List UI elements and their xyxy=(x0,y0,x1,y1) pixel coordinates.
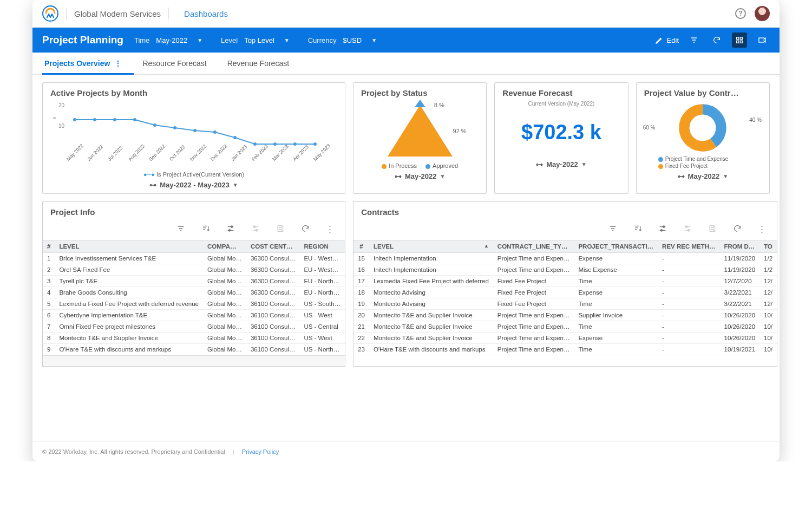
svg-point-11 xyxy=(113,118,116,121)
chevron-down-icon[interactable]: ▼ xyxy=(371,37,377,43)
present-icon[interactable] xyxy=(755,32,770,48)
svg-point-26 xyxy=(254,226,256,227)
tab-resource-forecast[interactable]: Resource Forecast xyxy=(140,53,208,74)
col-project-transaction[interactable]: PROJECT_TRANSACTI… xyxy=(574,240,658,253)
page-footer: © 2022 Workday, Inc. All rights reserved… xyxy=(32,441,780,461)
col-contract-line-type[interactable]: CONTRACT_LINE_TY… xyxy=(493,240,574,253)
table-row[interactable]: 7Omni Fixed Fee project milestonesGlobal… xyxy=(43,321,345,333)
settings-icon[interactable] xyxy=(658,224,667,235)
table-row[interactable]: 2Orel SA Fixed FeeGlobal Mo…36300 Consul… xyxy=(43,264,345,276)
chevron-down-icon[interactable]: ▼ xyxy=(284,37,290,43)
workday-logo-icon[interactable] xyxy=(42,5,58,22)
svg-text:10: 10 xyxy=(58,123,65,129)
refresh-icon[interactable] xyxy=(301,224,310,235)
card-period-selector[interactable]: ⊶May-2022▼ xyxy=(644,172,762,180)
tab-more-icon[interactable]: ⋮ xyxy=(114,59,122,68)
card-period-selector[interactable]: ⊶May-2022 - May-2023▼ xyxy=(50,181,337,189)
card-active-projects: Active Projects by Month 20 10 ≈ May 202… xyxy=(42,82,345,194)
config-icon[interactable] xyxy=(683,224,692,235)
col-level[interactable]: LEVEL ▲ xyxy=(369,240,493,253)
table-row[interactable]: 22Montecito T&E and Supplier InvoiceProj… xyxy=(353,333,777,344)
slice-pte-pct: 40 % xyxy=(749,117,762,123)
col-rev-rec-method[interactable]: REV REC METH… xyxy=(658,240,719,253)
svg-point-19 xyxy=(273,142,277,146)
table-row[interactable]: 1Brice Investissement Services T&EGlobal… xyxy=(43,253,345,264)
table-row[interactable]: 4Brahe Goods ConsultingGlobal Mo…36300 C… xyxy=(43,287,345,298)
table-row[interactable]: 16Initech ImplementationProject Time and… xyxy=(353,264,777,276)
svg-point-24 xyxy=(231,226,233,227)
svg-point-27 xyxy=(256,230,258,231)
avatar[interactable] xyxy=(755,6,770,21)
grid-view-icon[interactable] xyxy=(732,32,747,48)
more-icon[interactable]: ⋮ xyxy=(758,224,766,235)
col-from-date[interactable]: FROM D… xyxy=(719,240,759,253)
svg-text:≈: ≈ xyxy=(53,115,56,121)
filter-level-value[interactable]: Top Level xyxy=(244,36,274,44)
contracts-table[interactable]: # LEVEL ▲ CONTRACT_LINE_TY… PROJECT_TRAN… xyxy=(353,240,777,355)
table-row[interactable]: 19Montecito AdvisingFixed Fee ProjectTim… xyxy=(353,298,777,310)
breadcrumb-section[interactable]: Dashboards xyxy=(184,9,228,18)
table-row[interactable]: 17Lexmedia Fixed Fee Project with deferr… xyxy=(353,276,777,287)
chevron-down-icon[interactable]: ▼ xyxy=(197,37,202,43)
panel-title: Project Info xyxy=(43,202,345,222)
more-icon[interactable]: ⋮ xyxy=(326,224,334,235)
breadcrumb-company[interactable]: Global Modern Services xyxy=(74,9,161,18)
col-cost-center[interactable]: COST CENT… xyxy=(246,240,299,253)
project-info-table[interactable]: # LEVEL COMPA… COST CENT… REGION 1Brice … xyxy=(43,240,345,355)
svg-rect-4 xyxy=(740,41,742,43)
edit-button[interactable]: Edit xyxy=(655,36,679,44)
svg-point-20 xyxy=(293,142,297,146)
table-row[interactable]: 15Initech ImplementationProject Time and… xyxy=(353,253,777,264)
table-row[interactable]: 21Montecito T&E and Supplier InvoiceProj… xyxy=(353,321,777,333)
filter-icon[interactable] xyxy=(686,32,702,48)
col-company[interactable]: COMPA… xyxy=(203,240,246,253)
svg-text:20: 20 xyxy=(58,102,65,108)
table-row[interactable]: 20Montecito T&E and Supplier InvoiceProj… xyxy=(353,310,777,321)
help-icon[interactable]: ? xyxy=(735,8,746,19)
card-period-selector[interactable]: ⊶May-2022▼ xyxy=(361,172,479,180)
triangle-chart[interactable]: 8 % 92 % xyxy=(361,101,479,160)
card-period-selector[interactable]: ⊶May-2022▼ xyxy=(502,160,620,168)
tab-bar: Projects Overview⋮ Resource Forecast Rev… xyxy=(32,53,780,75)
save-icon[interactable] xyxy=(708,224,717,235)
tab-projects-overview[interactable]: Projects Overview⋮ xyxy=(42,53,124,74)
col-to-date[interactable]: TO xyxy=(759,240,777,253)
edit-label: Edit xyxy=(667,36,679,44)
table-row[interactable]: 23O'Hare T&E with discounts and markupsP… xyxy=(353,344,777,355)
filter-currency-value[interactable]: $USD xyxy=(343,36,362,44)
svg-rect-3 xyxy=(737,41,739,43)
privacy-policy-link[interactable]: Privacy Policy xyxy=(242,448,279,455)
col-level[interactable]: LEVEL xyxy=(55,240,203,253)
line-chart[interactable]: 20 10 ≈ xyxy=(50,101,337,155)
svg-point-21 xyxy=(313,142,317,146)
table-row[interactable]: 8Montecito T&E and Supplier InvoiceGloba… xyxy=(43,333,345,344)
filter-icon[interactable] xyxy=(176,224,185,235)
slice-inprocess-pct: 92 % xyxy=(453,128,467,134)
table-row[interactable]: 9O'Hare T&E with discounts and markupsGl… xyxy=(43,344,345,355)
filter-bar: Project Planning Time May-2022 ▼ Level T… xyxy=(32,28,780,53)
svg-point-12 xyxy=(133,118,136,121)
svg-point-9 xyxy=(73,118,76,121)
card-project-value: Project Value by Contr… 60 % 40 % Projec… xyxy=(636,82,770,194)
filter-time-value[interactable]: May-2022 xyxy=(156,36,187,44)
refresh-icon[interactable] xyxy=(733,224,742,235)
col-num[interactable]: # xyxy=(353,240,369,253)
settings-icon[interactable] xyxy=(226,224,235,235)
config-icon[interactable] xyxy=(251,224,260,235)
table-row[interactable]: 3Tyrell plc T&EGlobal Mo…36300 Consul…EU… xyxy=(43,276,345,287)
donut-chart[interactable]: 60 % 40 % xyxy=(644,101,762,155)
tab-revenue-forecast[interactable]: Revenue Forecast xyxy=(225,53,291,74)
table-row[interactable]: 18Montecito AdvisingFixed Fee ProjectExp… xyxy=(353,287,777,298)
col-region[interactable]: REGION xyxy=(299,240,345,253)
save-icon[interactable] xyxy=(276,224,285,235)
panel-project-info: Project Info ⋮ # LEVEL COMPA… COST CENT…… xyxy=(42,201,345,367)
filter-icon[interactable] xyxy=(608,224,617,235)
sort-icon[interactable] xyxy=(633,224,642,235)
sort-icon[interactable] xyxy=(201,224,210,235)
table-row[interactable]: 5Lexmedia Fixed Fee Project with deferre… xyxy=(43,298,345,310)
table-row[interactable]: 6Cyberdyne Implementation T&EGlobal Mo…3… xyxy=(43,310,345,321)
col-num[interactable]: # xyxy=(43,240,55,253)
refresh-icon[interactable] xyxy=(709,32,724,48)
svg-point-13 xyxy=(153,123,156,127)
svg-point-16 xyxy=(213,131,217,134)
